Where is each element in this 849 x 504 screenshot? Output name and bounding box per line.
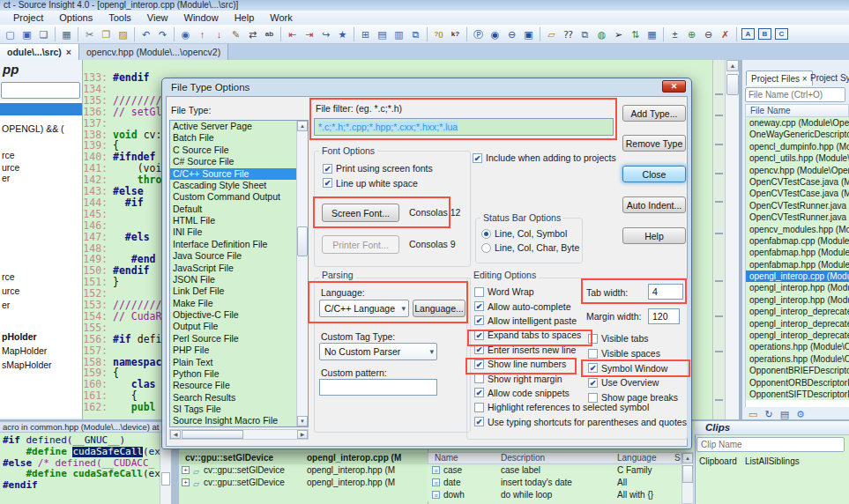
clip-list-row[interactable]: Clipboard ListAllSiblings bbox=[695, 456, 849, 467]
file-list-item[interactable]: OpenCVTestCase.java (Mod bbox=[746, 176, 849, 188]
bookmark-icon[interactable]: ★ bbox=[334, 26, 351, 42]
snippet-col-name[interactable]: Name bbox=[435, 453, 458, 463]
radio-icon[interactable] bbox=[481, 229, 491, 239]
file-list-item[interactable]: openfabmap.hpp (Module\O bbox=[746, 259, 849, 271]
left-symbol-item[interactable]: OPENGL) && ( bbox=[2, 123, 64, 134]
style-b-icon[interactable]: B bbox=[758, 28, 771, 40]
file-type-item[interactable]: C Source File bbox=[170, 145, 296, 156]
scroll-left-icon[interactable]: ◀ bbox=[170, 430, 181, 439]
project-circle-icon[interactable]: Ⓟ bbox=[470, 26, 487, 42]
menu-work[interactable]: Work bbox=[262, 11, 300, 25]
find-icon[interactable]: ◉ bbox=[177, 26, 194, 42]
window-titlebar[interactable]: ct - Source Insight 4.0 - [opengl_intero… bbox=[0, 0, 849, 11]
left-symbol-item[interactable]: urce bbox=[2, 285, 19, 296]
checkbox-icon[interactable]: ✔ bbox=[323, 164, 332, 174]
checkbox-icon[interactable]: ✔ bbox=[473, 153, 482, 163]
scrollbar-thumb[interactable] bbox=[182, 430, 243, 439]
file-type-item[interactable]: SI Tags File bbox=[170, 404, 296, 415]
project-file-list[interactable]: oneway.cpp (Module\OpenCOneWayGenericDes… bbox=[745, 117, 849, 407]
relation-row[interactable]: cv::gpu::setGlDeviceopengl_interop.cpp (… bbox=[179, 452, 428, 464]
window-cascade-icon[interactable]: ⧉ bbox=[407, 26, 424, 42]
tab-opencv-hpp[interactable]: opencv.hpp (Module\...\opencv2) bbox=[79, 44, 228, 60]
add-type--button[interactable]: Add Type... bbox=[622, 105, 686, 122]
swap-xy-icon[interactable]: ⇄ bbox=[244, 26, 261, 42]
file-type-list-scrollbar[interactable]: ▲ ▼ bbox=[296, 121, 308, 426]
menu-help[interactable]: Help bbox=[227, 11, 263, 25]
web-icon[interactable]: ◍ bbox=[593, 26, 610, 42]
left-symbol-search-input[interactable] bbox=[1, 82, 80, 99]
menu-tools[interactable]: Tools bbox=[101, 11, 139, 25]
context-help-icon[interactable]: ?() bbox=[430, 26, 447, 42]
file-type-item[interactable]: Objective-C File bbox=[170, 309, 296, 321]
context-code[interactable]: #if defined(__GNUC__) #define cudaSafeCa… bbox=[3, 435, 160, 492]
left-symbol-list[interactable] bbox=[0, 100, 82, 418]
keyword-icon[interactable]: ab bbox=[261, 26, 278, 42]
checkbox-print-using-screen-fonts[interactable]: ✔Print using screen fonts bbox=[323, 161, 433, 175]
file-type-item[interactable]: HTML File bbox=[170, 215, 296, 226]
file-type-list-hscrollbar[interactable]: ◀ ▶ bbox=[169, 429, 309, 440]
checkbox-include-when-adding-to-projects[interactable]: ✔Include when adding to projects bbox=[473, 151, 616, 165]
file-list-item[interactable]: opengl_interop_deprecated. bbox=[746, 318, 849, 330]
tab-project-files[interactable]: Project Files × bbox=[746, 70, 813, 85]
tree-expand-icon[interactable]: + bbox=[182, 466, 190, 474]
left-symbol-item[interactable]: MapHolder bbox=[2, 345, 47, 356]
file-type-item[interactable]: Active Server Page bbox=[170, 121, 296, 132]
file-type-item[interactable]: Link Def File bbox=[170, 285, 296, 297]
file-type-item[interactable]: Perl Source File bbox=[170, 333, 296, 345]
file-type-item[interactable]: Python File bbox=[170, 368, 296, 380]
checkbox-icon[interactable]: ✔ bbox=[474, 301, 484, 311]
scrollbar-thumb[interactable] bbox=[161, 472, 170, 485]
file-list-item[interactable]: opengl_interop.hpp (Module bbox=[746, 282, 849, 293]
file-list-item[interactable]: opencv.hpp (Module\OpenC bbox=[746, 165, 849, 176]
symbol-s-icon[interactable]: ▣ bbox=[520, 26, 537, 42]
checkbox-icon[interactable] bbox=[474, 374, 484, 383]
scroll-right-icon[interactable]: ▶ bbox=[297, 430, 308, 439]
file-type-item[interactable]: Java Source File bbox=[170, 250, 296, 262]
file-list-item[interactable]: openfabmap.cpp (Module\O bbox=[746, 235, 849, 247]
checkbox-visible-spaces[interactable]: Visible spaces bbox=[588, 346, 678, 361]
help-button[interactable]: Help bbox=[622, 227, 686, 244]
file-type-item[interactable]: Search Results bbox=[170, 392, 296, 404]
custom-pattern-input[interactable] bbox=[319, 379, 437, 396]
checkbox-icon[interactable]: ✔ bbox=[474, 388, 484, 397]
close-button[interactable]: Close bbox=[622, 166, 686, 182]
details-icon[interactable]: ▤ bbox=[780, 409, 789, 420]
file-list-item[interactable]: opengl_interop_deprecated. bbox=[746, 330, 849, 341]
radio-icon[interactable] bbox=[481, 243, 491, 253]
cursor-help-icon[interactable]: k? bbox=[447, 26, 464, 42]
table-icon[interactable]: ▦ bbox=[644, 26, 660, 42]
file-type-item[interactable]: Interface Definition File bbox=[170, 239, 296, 250]
tree-expand-icon[interactable]: + bbox=[182, 478, 190, 486]
cut-icon[interactable]: ✂ bbox=[81, 26, 98, 42]
undo-icon[interactable]: ↶ bbox=[138, 26, 154, 42]
scrollbar-thumb[interactable] bbox=[682, 465, 693, 483]
printer-font-button[interactable]: Printer Font... bbox=[322, 235, 399, 254]
refresh-icon[interactable]: ↻ bbox=[764, 409, 772, 420]
file-list-item[interactable]: opengl_interop.hpp (Module bbox=[746, 294, 849, 306]
file-type-item[interactable]: Default bbox=[170, 204, 296, 215]
minus-e-icon[interactable]: ⊖ bbox=[503, 26, 520, 42]
file-list-item[interactable]: OpenCVTestRunner.java (Mo bbox=[746, 200, 849, 211]
file-list-item[interactable]: OpenCVTestRunner.java (Mo bbox=[746, 211, 849, 223]
style-c-icon[interactable]: C bbox=[775, 28, 788, 40]
file-list-item[interactable]: OneWayGenericDescriptorM bbox=[746, 129, 849, 140]
file-type-item[interactable]: Custom Command Output bbox=[170, 191, 296, 203]
file-name-column-header[interactable]: File Name bbox=[745, 104, 849, 117]
window-vertical-icon[interactable]: ▥ bbox=[391, 26, 407, 42]
file-list-item[interactable]: OpponentBRIEFDescriptorEx bbox=[746, 365, 849, 376]
file-type-item[interactable]: JavaScript File bbox=[170, 263, 296, 274]
file-type-item[interactable]: Plain Text bbox=[170, 357, 296, 368]
file-type-item[interactable]: PHP File bbox=[170, 345, 296, 356]
snippet-col-s[interactable]: S bbox=[674, 453, 681, 463]
relation-row[interactable]: +▱cv::gpu::setGlDeviceopengl_interop.hpp… bbox=[179, 464, 428, 477]
snippet-row[interactable]: ≡casecase labelC Family bbox=[428, 464, 681, 477]
file-list-item[interactable]: OpponentORBDescriptorExt bbox=[746, 377, 849, 389]
paste-icon[interactable]: ▨ bbox=[115, 26, 131, 42]
find-next-icon[interactable]: ↓ bbox=[211, 26, 227, 42]
scroll-up-icon[interactable]: ▲ bbox=[682, 453, 693, 463]
file-list-item[interactable]: operations.hpp (Module\Op bbox=[746, 353, 849, 365]
replace-icon[interactable]: ✎ bbox=[227, 26, 244, 42]
scrollbar-thumb[interactable] bbox=[726, 74, 739, 95]
file-type-item[interactable]: C/C++ Source File bbox=[170, 168, 296, 180]
editor-vertical-scrollbar[interactable]: ▲ bbox=[725, 60, 739, 421]
